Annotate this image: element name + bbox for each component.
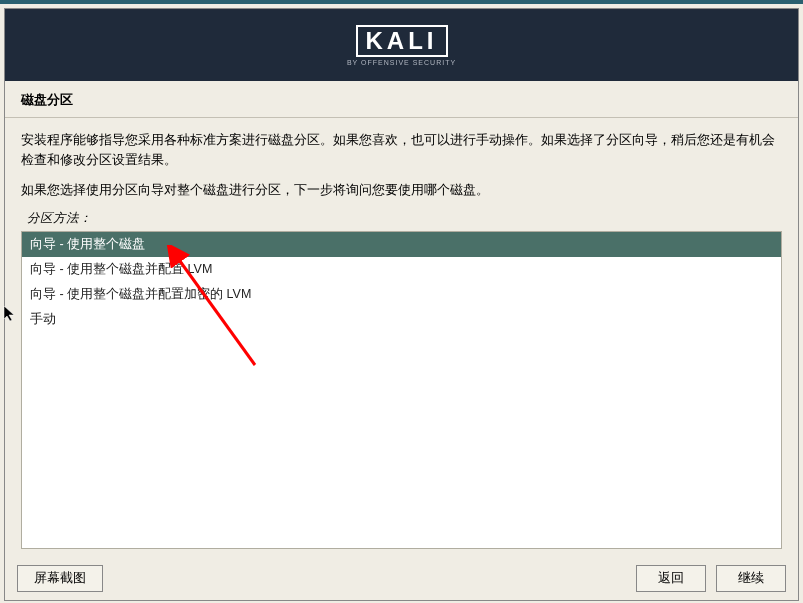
option-manual[interactable]: 手动 [22,307,781,332]
kali-logo-subtitle: BY OFFENSIVE SECURITY [347,59,456,66]
description-line-1: 安装程序能够指导您采用各种标准方案进行磁盘分区。如果您喜欢，也可以进行手动操作。… [21,130,782,170]
back-button[interactable]: 返回 [636,565,706,592]
content-area: 安装程序能够指导您采用各种标准方案进行磁盘分区。如果您喜欢，也可以进行手动操作。… [5,118,798,561]
page-title: 磁盘分区 [5,81,798,118]
description-line-2: 如果您选择使用分区向导对整个磁盘进行分区，下一步将询问您要使用哪个磁盘。 [21,180,782,200]
kali-logo: KALI [356,25,448,57]
header-banner: KALI BY OFFENSIVE SECURITY [5,9,798,81]
option-guided-whole-disk-encrypted-lvm[interactable]: 向导 - 使用整个磁盘并配置加密的 LVM [22,282,781,307]
footer-bar: 屏幕截图 返回 继续 [17,565,786,592]
installer-window: KALI BY OFFENSIVE SECURITY 磁盘分区 安装程序能够指导… [4,8,799,601]
option-guided-whole-disk[interactable]: 向导 - 使用整个磁盘 [22,232,781,257]
partition-method-list: 向导 - 使用整个磁盘 向导 - 使用整个磁盘并配置 LVM 向导 - 使用整个… [21,231,782,549]
partition-method-label: 分区方法： [27,210,782,227]
option-guided-whole-disk-lvm[interactable]: 向导 - 使用整个磁盘并配置 LVM [22,257,781,282]
continue-button[interactable]: 继续 [716,565,786,592]
window-top-border [0,0,803,4]
footer-right-group: 返回 继续 [636,565,786,592]
screenshot-button[interactable]: 屏幕截图 [17,565,103,592]
